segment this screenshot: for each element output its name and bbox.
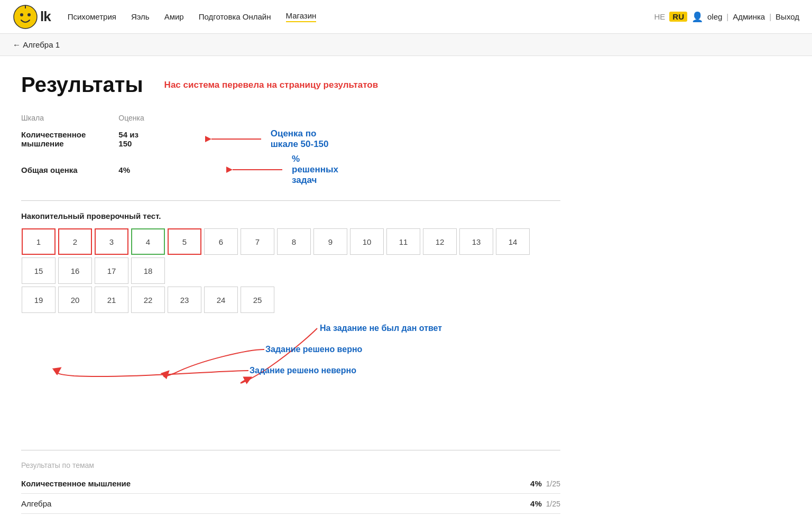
q-cell-24[interactable]: 24	[204, 287, 238, 313]
q-cell-7[interactable]: 7	[241, 228, 274, 255]
nav-online-prep[interactable]: Подготовка Онлайн	[199, 12, 271, 21]
q-cell-15[interactable]: 15	[22, 257, 56, 284]
svg-point-2	[27, 13, 31, 16]
theme-score-0: 4%	[530, 479, 542, 488]
nav-links: Психометрия Яэль Амир Подготовка Онлайн …	[68, 11, 638, 22]
logo-text: lk	[40, 8, 51, 25]
q-cell-1[interactable]: 1	[22, 228, 56, 255]
col-scale-header: Шкала	[21, 114, 118, 126]
col-score-header: Оценка	[118, 114, 338, 126]
divider-1	[21, 200, 560, 201]
theme-name-1: Алгебра	[21, 499, 530, 508]
q-cell-12[interactable]: 12	[423, 228, 457, 255]
annotations-svg: На задание не был дан ответ Задание реше…	[21, 318, 497, 392]
q-cell-3[interactable]: 3	[95, 228, 128, 255]
lang-ru[interactable]: RU	[669, 12, 687, 22]
q-cell-25[interactable]: 25	[241, 287, 274, 313]
svg-text:На задание не был дан ответ: На задание не был дан ответ	[320, 324, 442, 333]
nav-yael[interactable]: Яэль	[131, 12, 150, 21]
svg-text:Задание решено верно: Задание решено верно	[265, 345, 363, 354]
cumulative-title: Накопительный проверочный тест.	[21, 211, 560, 220]
theme-row-1: Алгебра 4% 1/25	[21, 494, 560, 514]
main-content: Результаты Нас система перевела на стран…	[0, 56, 582, 516]
q-cell-8[interactable]: 8	[277, 228, 311, 255]
q-cell-6[interactable]: 6	[204, 228, 238, 255]
score-value-1: 54 из 150 Оценка по шкале 50-150	[118, 126, 338, 152]
score-value-2: 4% % решенных задач	[118, 152, 338, 188]
grid-annotations: На задание не был дан ответ Задание реше…	[21, 318, 560, 386]
q-cell-21[interactable]: 21	[95, 287, 128, 313]
q-cell-5[interactable]: 5	[168, 228, 201, 255]
q-cell-4[interactable]: 4	[131, 228, 165, 255]
question-grid-container: 1 2 3 4 5 6 7 8 9 10 11 12 13 14 15 16 1…	[21, 228, 560, 439]
q-cell-2[interactable]: 2	[58, 228, 92, 255]
annotation-percent: % решенных задач	[292, 154, 338, 186]
q-cell-14[interactable]: 14	[496, 228, 530, 255]
nav-amir[interactable]: Амир	[164, 12, 184, 21]
theme-fraction-1: 1/25	[546, 500, 560, 508]
q-cell-11[interactable]: 11	[386, 228, 420, 255]
logo-icon	[13, 4, 38, 30]
scale-name-2: Общая оценка	[21, 152, 118, 188]
nav-shop[interactable]: Магазин	[286, 11, 317, 22]
system-message: Нас система перевела на страницу результ…	[164, 80, 379, 90]
results-header: Результаты Нас система перевела на стран…	[21, 73, 560, 97]
scores-table: Шкала Оценка Количественное мышление 54 …	[21, 114, 338, 188]
user-icon: 👤	[691, 11, 703, 23]
q-cell-18[interactable]: 18	[131, 257, 165, 284]
theme-name-0: Количественное мышление	[21, 479, 530, 488]
arrow-scale	[209, 134, 262, 144]
grid-row-1: 1 2 3 4 5 6 7 8 9 10 11 12 13 14 15 16 1…	[21, 228, 560, 284]
q-cell-13[interactable]: 13	[459, 228, 493, 255]
logout-link[interactable]: Выход	[776, 12, 799, 21]
page-title: Результаты	[21, 73, 143, 97]
theme-score-1: 4%	[530, 499, 542, 508]
q-cell-16[interactable]: 16	[58, 257, 92, 284]
scores-section: Шкала Оценка Количественное мышление 54 …	[21, 114, 560, 188]
score-row-1: Количественное мышление 54 из 150 Оценка…	[21, 126, 338, 152]
breadcrumb[interactable]: Алгебра 1	[13, 40, 60, 49]
q-cell-19[interactable]: 19	[22, 287, 56, 313]
admin-link[interactable]: Админка	[733, 12, 765, 21]
svg-point-1	[20, 13, 23, 16]
nav-psychometry[interactable]: Психометрия	[68, 12, 116, 21]
nav-separator-1: |	[726, 12, 728, 21]
arrow-percent	[230, 164, 283, 175]
themes-title: Результаты по темам	[21, 461, 560, 469]
annotation-scale: Оценка по шкале 50-150	[271, 128, 338, 150]
svg-text:Задание решено неверно: Задание решено неверно	[250, 366, 356, 375]
divider-2	[21, 450, 560, 450]
q-cell-23[interactable]: 23	[168, 287, 201, 313]
lang-he[interactable]: НЕ	[654, 12, 665, 21]
q-cell-10[interactable]: 10	[350, 228, 384, 255]
theme-row-0: Количественное мышление 4% 1/25	[21, 474, 560, 494]
themes-section: Результаты по темам Количественное мышле…	[21, 461, 560, 514]
grid-row-2: 19 20 21 22 23 24 25	[21, 286, 560, 314]
theme-fraction-0: 1/25	[546, 480, 560, 488]
q-cell-20[interactable]: 20	[58, 287, 92, 313]
q-cell-9[interactable]: 9	[313, 228, 347, 255]
scale-name-1: Количественное мышление	[21, 126, 118, 152]
cumulative-section: Накопительный проверочный тест. 1 2 3 4 …	[21, 211, 560, 514]
breadcrumb-bar: Алгебра 1	[0, 34, 812, 56]
nav-right: НЕ RU 👤 oleg | Админка | Выход	[654, 11, 799, 23]
nav-separator-2: |	[769, 12, 771, 21]
username[interactable]: oleg	[707, 12, 722, 21]
score-row-2: Общая оценка 4% % решенных задач	[21, 152, 338, 188]
svg-point-0	[14, 5, 37, 29]
q-cell-22[interactable]: 22	[131, 287, 165, 313]
q-cell-17[interactable]: 17	[95, 257, 128, 284]
logo[interactable]: lk	[13, 4, 51, 30]
